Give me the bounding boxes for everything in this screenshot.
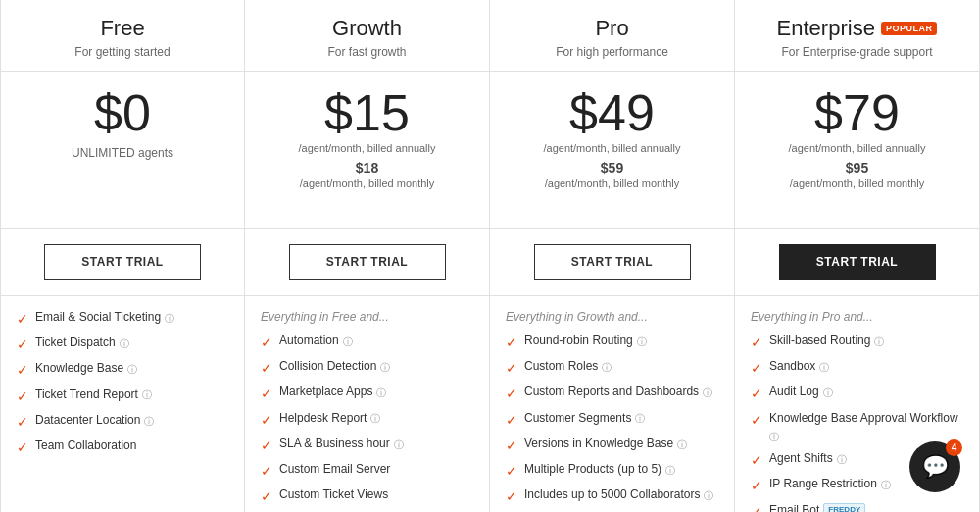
feature-item: ✓Multiple Products (up to 5) ⓘ bbox=[506, 462, 718, 480]
check-icon: ✓ bbox=[751, 503, 762, 512]
feature-text: Email & Social Ticketing ⓘ bbox=[35, 310, 174, 326]
info-icon[interactable]: ⓘ bbox=[819, 361, 829, 374]
btn-section-free: START TRIAL bbox=[1, 229, 244, 296]
info-icon[interactable]: ⓘ bbox=[370, 412, 380, 425]
check-icon: ✓ bbox=[261, 462, 272, 480]
price-alt-sub-pro: /agent/month, billed monthly bbox=[545, 178, 680, 189]
check-icon: ✓ bbox=[17, 387, 28, 405]
feature-text: Automation ⓘ bbox=[279, 333, 353, 349]
plan-header-pro: ProFor high performance bbox=[490, 0, 734, 72]
check-icon: ✓ bbox=[751, 359, 762, 377]
info-icon[interactable]: ⓘ bbox=[380, 361, 390, 374]
price-sub-growth: /agent/month, billed annually bbox=[298, 142, 435, 154]
info-icon[interactable]: ⓘ bbox=[823, 386, 833, 399]
plan-tagline-growth: For fast growth bbox=[261, 45, 473, 59]
info-icon[interactable]: ⓘ bbox=[703, 386, 712, 399]
features-heading-pro: Everything in Growth and... bbox=[506, 310, 718, 324]
check-icon: ✓ bbox=[751, 333, 762, 351]
main-price-free: $0 bbox=[94, 87, 151, 138]
check-icon: ✓ bbox=[506, 436, 517, 454]
feature-item: ✓Email Bot FREDDY bbox=[751, 503, 963, 512]
feature-item: ✓Custom Reports and Dashboards ⓘ bbox=[506, 384, 718, 402]
feature-item: ✓SLA & Business hour ⓘ bbox=[261, 436, 473, 454]
feature-text: Knowledge Base ⓘ bbox=[35, 361, 137, 377]
feature-item: ✓Knowledge Base Approval Workflow ⓘ bbox=[751, 411, 963, 444]
info-icon[interactable]: ⓘ bbox=[635, 412, 645, 425]
feature-item: ✓Skill-based Routing ⓘ bbox=[751, 333, 963, 351]
price-alt-sub-growth: /agent/month, billed monthly bbox=[300, 178, 435, 189]
info-icon[interactable]: ⓘ bbox=[665, 464, 675, 477]
feature-text: Custom Roles ⓘ bbox=[524, 359, 612, 375]
info-icon[interactable]: ⓘ bbox=[144, 415, 154, 428]
info-icon[interactable]: ⓘ bbox=[142, 388, 152, 401]
check-icon: ✓ bbox=[751, 451, 762, 469]
price-section-pro: $49/agent/month, billed annually$59/agen… bbox=[490, 72, 734, 229]
start-trial-button-pro[interactable]: START TRIAL bbox=[534, 244, 691, 280]
check-icon: ✓ bbox=[261, 384, 272, 402]
feature-text: Round-robin Routing ⓘ bbox=[524, 333, 647, 349]
plan-tagline-free: For getting started bbox=[17, 45, 228, 59]
price-sub-pro: /agent/month, billed annually bbox=[543, 142, 680, 154]
check-icon: ✓ bbox=[17, 335, 28, 353]
price-alt-pro: $59 bbox=[601, 160, 623, 176]
feature-item: ✓Round-robin Routing ⓘ bbox=[506, 333, 718, 351]
price-section-free: $0UNLIMITED agents bbox=[1, 72, 244, 229]
plan-name-free: Free bbox=[17, 16, 228, 41]
info-icon[interactable]: ⓘ bbox=[165, 312, 174, 325]
info-icon[interactable]: ⓘ bbox=[769, 431, 779, 443]
info-icon[interactable]: ⓘ bbox=[837, 453, 847, 466]
feature-item: ✓Customer Segments ⓘ bbox=[506, 411, 718, 429]
feature-text: Sandbox ⓘ bbox=[769, 359, 829, 375]
feature-text: Customer Segments ⓘ bbox=[524, 411, 645, 427]
start-trial-button-growth[interactable]: START TRIAL bbox=[289, 244, 446, 280]
check-icon: ✓ bbox=[17, 438, 28, 456]
feature-item: ✓Automation ⓘ bbox=[261, 333, 473, 351]
info-icon[interactable]: ⓘ bbox=[120, 337, 129, 350]
features-section-free: ✓Email & Social Ticketing ⓘ✓Ticket Dispa… bbox=[1, 296, 244, 512]
chat-badge: 4 bbox=[946, 439, 962, 456]
info-icon[interactable]: ⓘ bbox=[677, 438, 687, 451]
feature-text: Ticket Dispatch ⓘ bbox=[35, 335, 129, 351]
check-icon: ✓ bbox=[261, 487, 272, 505]
check-icon: ✓ bbox=[17, 361, 28, 379]
feature-text: Custom Ticket Views bbox=[279, 487, 388, 503]
features-heading-enterprise: Everything in Pro and... bbox=[751, 310, 963, 324]
feature-text: Datacenter Location ⓘ bbox=[35, 413, 154, 429]
check-icon: ✓ bbox=[751, 411, 762, 429]
feature-item: ✓Marketplace Apps ⓘ bbox=[261, 384, 473, 402]
feature-text: Collision Detection ⓘ bbox=[279, 359, 390, 375]
feature-item: ✓Datacenter Location ⓘ bbox=[17, 413, 228, 431]
info-icon[interactable]: ⓘ bbox=[394, 438, 404, 451]
check-icon: ✓ bbox=[751, 477, 762, 494]
feature-item: ✓Custom Email Server bbox=[261, 462, 473, 480]
info-icon[interactable]: ⓘ bbox=[602, 361, 612, 374]
start-trial-button-enterprise[interactable]: START TRIAL bbox=[779, 244, 936, 280]
main-price-growth: $15 bbox=[324, 87, 410, 138]
info-icon[interactable]: ⓘ bbox=[343, 335, 353, 348]
feature-item: ✓Ticket Dispatch ⓘ bbox=[17, 335, 228, 353]
plan-name-pro: Pro bbox=[506, 16, 718, 41]
info-icon[interactable]: ⓘ bbox=[637, 335, 647, 348]
check-icon: ✓ bbox=[506, 333, 517, 351]
feature-text: Multiple Products (up to 5) ⓘ bbox=[524, 462, 675, 478]
feature-item: ✓Custom Roles ⓘ bbox=[506, 359, 718, 377]
plan-tagline-pro: For high performance bbox=[506, 45, 718, 59]
feature-text: Versions in Knowledge Base ⓘ bbox=[524, 436, 687, 452]
feature-text: Ticket Trend Report ⓘ bbox=[35, 387, 152, 403]
info-icon[interactable]: ⓘ bbox=[874, 335, 884, 348]
chat-widget[interactable]: 💬 4 bbox=[909, 441, 960, 492]
info-icon[interactable]: ⓘ bbox=[704, 489, 713, 502]
feature-item: ✓Knowledge Base ⓘ bbox=[17, 361, 228, 379]
info-icon[interactable]: ⓘ bbox=[881, 479, 891, 491]
feature-text: Custom Reports and Dashboards ⓘ bbox=[524, 384, 712, 400]
btn-section-pro: START TRIAL bbox=[490, 229, 734, 296]
feature-text: IP Range Restriction ⓘ bbox=[769, 477, 891, 492]
feature-text: SLA & Business hour ⓘ bbox=[279, 436, 404, 452]
check-icon: ✓ bbox=[261, 436, 272, 454]
features-section-growth: Everything in Free and...✓Automation ⓘ✓C… bbox=[245, 296, 489, 512]
feature-text: Custom Email Server bbox=[279, 462, 390, 478]
info-icon[interactable]: ⓘ bbox=[376, 386, 386, 399]
start-trial-button-free[interactable]: START TRIAL bbox=[44, 244, 201, 280]
info-icon[interactable]: ⓘ bbox=[127, 363, 137, 376]
chat-icon: 💬 bbox=[922, 454, 949, 480]
